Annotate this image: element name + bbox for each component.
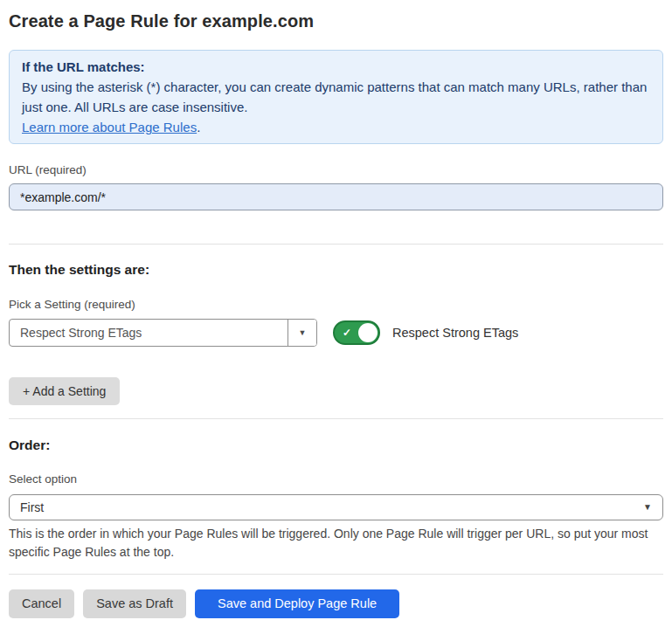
setting-toggle-label: Respect Strong ETags: [392, 326, 518, 340]
settings-section-heading: Then the settings are:: [9, 261, 663, 278]
info-box-link-line: Learn more about Page Rules.: [22, 117, 650, 137]
section-divider: [9, 574, 663, 575]
chevron-down-icon: ▼: [643, 503, 652, 512]
page-rule-form: Create a Page Rule for example.com If th…: [0, 10, 672, 627]
url-input[interactable]: [9, 183, 663, 210]
info-box-body: By using the asterisk (*) character, you…: [22, 77, 650, 117]
setting-row: Respect Strong ETags ▼ ✓ Respect Strong …: [9, 319, 663, 347]
link-suffix: .: [197, 120, 200, 134]
setting-select-arrow-button[interactable]: ▼: [288, 320, 316, 346]
section-divider: [9, 418, 663, 419]
toggle-knob: [358, 323, 378, 342]
order-select-label: Select option: [9, 472, 663, 486]
cancel-button[interactable]: Cancel: [9, 589, 74, 618]
order-help-text: This is the order in which your Page Rul…: [9, 525, 663, 562]
setting-select-value: Respect Strong ETags: [10, 320, 288, 346]
save-as-draft-button[interactable]: Save as Draft: [83, 589, 186, 618]
add-setting-button[interactable]: + Add a Setting: [9, 377, 120, 405]
url-match-info-box: If the URL matches: By using the asteris…: [9, 50, 663, 144]
order-select[interactable]: First ▼: [9, 494, 663, 520]
order-select-value: First: [20, 500, 44, 514]
setting-select[interactable]: Respect Strong ETags ▼: [9, 319, 317, 347]
url-field-label: URL (required): [9, 163, 663, 177]
info-box-heading: If the URL matches:: [22, 57, 650, 77]
pick-setting-label: Pick a Setting (required): [9, 298, 663, 312]
save-and-deploy-button[interactable]: Save and Deploy Page Rule: [195, 589, 399, 618]
footer-actions: Cancel Save as Draft Save and Deploy Pag…: [9, 589, 663, 618]
learn-more-link[interactable]: Learn more about Page Rules: [22, 120, 197, 134]
setting-toggle[interactable]: ✓: [333, 320, 380, 345]
page-title: Create a Page Rule for example.com: [9, 10, 663, 31]
section-divider: [9, 244, 663, 245]
order-section-heading: Order:: [9, 437, 663, 453]
check-icon: ✓: [343, 327, 351, 338]
chevron-down-icon: ▼: [299, 329, 307, 337]
